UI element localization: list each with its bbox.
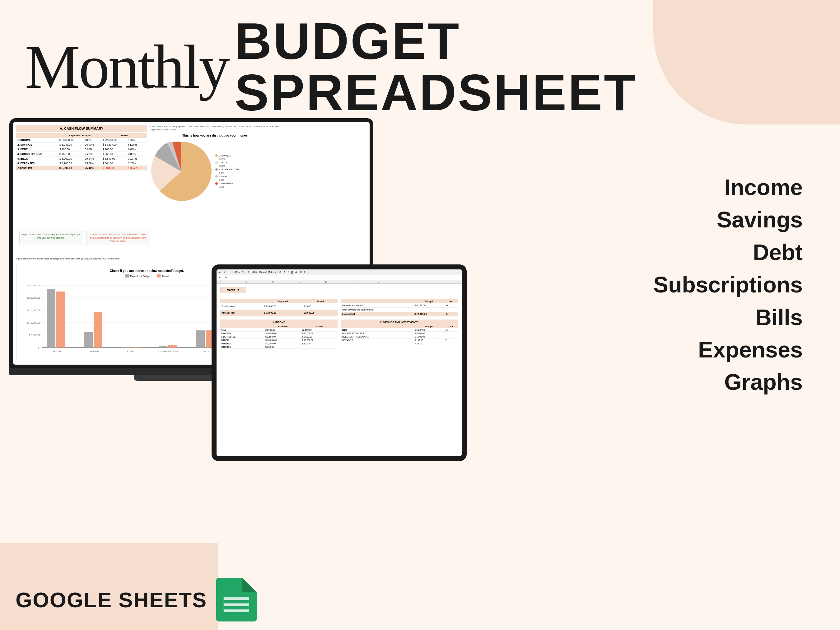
savings-table: Budget Act Total $ 6,237.00 14, <box>341 325 458 345</box>
table-row: 4. SUBSCRIPTIONS $ 763.003.23% $ 863.003… <box>16 152 147 156</box>
legend-item-bills: 5. BILLS <box>215 161 239 164</box>
feature-list: Income Savings Debt Subscriptions Bills … <box>653 171 803 398</box>
legend-item-expenses: 6. EXPENSES <box>215 182 239 185</box>
feature-debt: Debt <box>653 236 803 268</box>
svg-rect-19 <box>168 345 177 347</box>
svg-rect-35 <box>249 597 249 612</box>
svg-rect-14 <box>84 332 93 347</box>
summary-table-right: Budget Act Previous amount left $ 6,237.… <box>341 299 458 316</box>
svg-rect-33 <box>224 597 224 612</box>
month-dropdown[interactable]: March ▼ <box>220 287 246 293</box>
google-sheets-label: GOOGLE SHEETS <box>16 588 207 612</box>
pie-title: This is how you are distributing your mo… <box>150 134 281 137</box>
svg-rect-32 <box>224 609 249 612</box>
legend-item-subscriptions: 4. SUBSCRIPTIONS <box>215 168 239 171</box>
svg-rect-31 <box>224 603 249 606</box>
tablet-spreadsheet: 🖨 ↩ ↪ 100% % .0 123▾ Default (Ari... ▾ 1… <box>216 269 462 456</box>
toolbar-icon-print: 🖨 <box>219 271 221 273</box>
feature-income: Income <box>653 171 803 204</box>
branding-area: GOOGLE SHEETS <box>16 576 257 624</box>
feature-graphs: Graphs <box>653 366 803 398</box>
toolbar-icon-redo: ↩ <box>224 271 226 273</box>
svg-rect-16 <box>122 347 130 347</box>
table-row: Previous amount left $ 6,237.00 14, <box>341 303 458 308</box>
svg-text:$ 5,000.00: $ 5,000.00 <box>28 334 41 336</box>
google-sheets-icon <box>216 576 257 624</box>
table-row: INVESTMENT ACCOUNT 1 $ 1,000.00 <box>341 335 458 338</box>
tablet-toolbar: 🖨 ↩ ↪ 100% % .0 123▾ Default (Ari... ▾ 1… <box>216 269 462 275</box>
positive-message: Hey! You still have some money left, how… <box>19 231 83 245</box>
svg-text:$ 10,000.00: $ 10,000.00 <box>27 321 41 324</box>
tablet-formula-bar: A|fx <box>216 275 462 280</box>
table-row: Total 23,600.00 22,600.00 <box>220 328 338 332</box>
tablet-inner: 🖨 ↩ ↪ 100% % .0 123▾ Default (Ari... ▾ 1… <box>216 269 462 456</box>
svg-text:3. DEBT: 3. DEBT <box>126 350 135 352</box>
legend-item-debt: 3. DEBT <box>215 175 239 178</box>
table-row: 5. BILLS $ 6,900.0029.24% $ 6,840.0030.2… <box>16 156 147 161</box>
svg-rect-12 <box>47 289 55 347</box>
savings-section-title: 2. SAVINGS AND INVESTMENTS <box>341 319 458 325</box>
message-boxes: Hey! You still have some money left, how… <box>19 231 150 245</box>
svg-text:$ -: $ - <box>38 346 41 349</box>
table-row: 3. DEBT $ 200.000.85% $ 200.000.88% <box>16 147 147 152</box>
cash-flow-section: A. CASH FLOW SUMMARY Expected / Budget A… <box>16 125 147 171</box>
cash-flow-table: Expected / Budget Actual 1. INCOME $ 23,… <box>16 133 147 171</box>
svg-rect-20 <box>196 330 205 347</box>
svg-rect-17 <box>131 347 140 347</box>
table-row: 1. INCOME $ 23,600.00100% $ 22,600.00100… <box>16 138 147 142</box>
svg-rect-18 <box>159 346 167 347</box>
toolbar-icon-undo: ↪ <box>229 271 231 273</box>
pie-chart-wrapper: 2. SAVINGS 63.0% 5. BILLS 30.1% 4. SUBSC… <box>150 140 281 202</box>
pie-legend: 2. SAVINGS 63.0% 5. BILLS 30.1% 4. SUBSC… <box>215 154 239 189</box>
savings-section: 2. SAVINGS AND INVESTMENTS Budget Act <box>341 319 458 349</box>
svg-text:$ 15,000.00: $ 15,000.00 <box>27 309 41 312</box>
amount-left-row: Amount left $ 23,600.00 22,600.00 <box>220 309 338 316</box>
table-row: OTHER 1 $ 10,000.00 $ 10,000.00 <box>220 338 338 342</box>
svg-text:$ 25,000.00: $ 25,000.00 <box>27 284 41 287</box>
table-row: $ 100.00 <box>341 342 458 345</box>
legend-actual: Actual <box>157 275 169 278</box>
feature-subscriptions: Subscriptions <box>653 268 803 301</box>
legend-expected: Expected / Budget <box>125 275 150 278</box>
income-section: 1. INCOME Expected Actual <box>220 319 338 349</box>
feature-bills: Bills <box>653 301 803 333</box>
cash-flow-title: A. CASH FLOW SUMMARY <box>16 125 147 132</box>
svg-rect-15 <box>94 312 103 347</box>
income-table: Expected Actual Total 23,600.00 22,600.0… <box>220 325 338 349</box>
pie-chart-section: If the percentages in the graph don't ma… <box>150 125 281 202</box>
legend-swatch-expected <box>125 275 129 278</box>
table-row: 2. SAVINGS $ 6,237.0026.43% $ 14,297.006… <box>16 142 147 147</box>
svg-text:1. INCOME: 1. INCOME <box>51 350 62 352</box>
pie-chart-svg <box>150 140 212 202</box>
table-row: SAVINGS ACCOUNT 1 $ 5,000.00 1, <box>341 332 458 335</box>
negative-message: Oops! You went over your income. You nee… <box>86 231 150 245</box>
tablet-outer: 🖨 ↩ ↪ 100% % .0 123▾ Default (Ari... ▾ 1… <box>212 264 467 461</box>
feature-savings: Savings <box>653 204 803 236</box>
svg-text:$ 20,000.00: $ 20,000.00 <box>27 297 41 299</box>
amount-left-row: Amount left $ 5,800.00 75.42% $ -104.00 … <box>16 166 147 171</box>
toolbar-zoom: 100% <box>233 271 240 273</box>
table-row: SAVINGS 2 $ 137.00 7 <box>341 338 458 342</box>
title-script: Monthly <box>25 36 228 98</box>
header: Monthly BUDGET SPREADSHEET <box>25 16 815 118</box>
table-row: PAYCHEK $ 10,000.00 $ 10,000.00 <box>220 332 338 335</box>
month-dropdown-container: March ▼ <box>220 287 458 296</box>
table-row: Total Savings and Investments <box>341 308 458 312</box>
svg-rect-13 <box>56 292 65 347</box>
svg-text:4. SUBSCRIPTIONS: 4. SUBSCRIPTIONS <box>158 350 178 352</box>
legend-swatch-actual <box>157 275 161 278</box>
table-row: OTHER 2 $ 1,000.00 $ 100.00 <box>220 342 338 345</box>
amount-left-row: Amount left $ 17,363.00 8, <box>341 312 458 316</box>
legend-item-savings: 2. SAVINGS <box>215 154 239 158</box>
svg-text:2. SAVINGS: 2. SAVINGS <box>87 350 99 352</box>
tablet-sections-grid: 1. INCOME Expected Actual <box>220 319 458 349</box>
pie-note: If the percentages in the graph don't ma… <box>150 125 281 131</box>
svg-text:5. BILLS: 5. BILLS <box>201 350 210 352</box>
title-bold: BUDGET SPREADSHEET <box>235 16 815 118</box>
svg-rect-34 <box>234 597 234 612</box>
svg-rect-30 <box>224 597 249 600</box>
tablet-summary-grid: Expected Actual Total Income $ 23,600.00… <box>220 299 458 316</box>
dropdown-arrow-icon: ▼ <box>237 288 240 292</box>
tablet-mockup: 🖨 ↩ ↪ 100% % .0 123▾ Default (Ari... ▾ 1… <box>212 264 467 461</box>
table-row: SIDE HUSTLE $ 2,500.00 $ 2,500.00 <box>220 335 338 338</box>
